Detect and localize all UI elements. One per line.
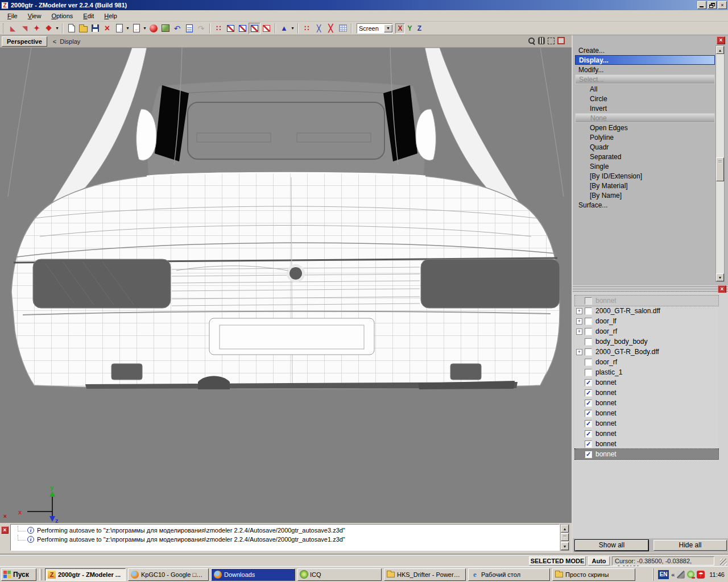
open-file-button[interactable]	[77, 23, 89, 34]
expand-icon[interactable]: +	[576, 308, 582, 314]
vertices-mode-button[interactable]: ∷	[213, 23, 225, 34]
multi-tool-button[interactable]: ❖	[43, 23, 55, 34]
command-display[interactable]: Display...	[575, 55, 715, 65]
break-edge-button[interactable]: ╳	[313, 23, 325, 34]
object-row-bonnet-7[interactable]: ✓bonnet	[575, 439, 718, 449]
space-select-arrow[interactable]: ▼	[384, 24, 392, 32]
checkbox[interactable]: ✓	[585, 359, 592, 366]
task-screenshots-folder[interactable]: Просто скрины	[552, 568, 635, 581]
object-row-bonnet-6[interactable]: ✓bonnet	[575, 429, 718, 439]
object-row-door-lf[interactable]: +✓door_lf	[575, 316, 718, 326]
menu-file[interactable]: File	[2, 11, 23, 20]
object-row-bonnet-5[interactable]: ✓bonnet	[575, 418, 718, 429]
scroll-down-icon[interactable]: ▼	[716, 273, 724, 281]
log-close-icon[interactable]: ×	[1, 526, 9, 534]
cone-primitive-button[interactable]: ▲	[278, 23, 290, 34]
undo-button[interactable]: ↶	[171, 23, 183, 34]
hide-all-button[interactable]: Hide all	[653, 540, 727, 551]
checkbox-checked[interactable]: ✓	[585, 389, 592, 397]
scroll-up-icon[interactable]: ▲	[716, 46, 724, 54]
selected-mode-indicator[interactable]: SELECTED MODE	[529, 556, 586, 566]
object-row-door-rf2[interactable]: ✓door_rf	[575, 357, 718, 367]
checkbox[interactable]: ✓	[585, 328, 592, 335]
object-row-bonnet-4[interactable]: ✓bonnet	[575, 408, 718, 418]
menu-options[interactable]: Options	[46, 11, 78, 20]
axis-y-toggle[interactable]: Y	[405, 23, 415, 34]
axis-x-toggle[interactable]: X	[395, 23, 405, 34]
object-row-body[interactable]: ✓body_body_body	[575, 336, 718, 347]
expand-icon[interactable]: +	[576, 349, 582, 355]
task-browser-kpgc10[interactable]: KpGC10 - Google □□ ...	[128, 568, 209, 581]
task-hks-drifter[interactable]: HKS_Drifter - Powered...	[384, 568, 466, 581]
edges-mode-button[interactable]	[225, 23, 237, 34]
show-all-button[interactable]: Show all	[575, 540, 648, 551]
menu-view[interactable]: View	[23, 11, 47, 20]
multi-tool-dropdown[interactable]: ▾	[55, 26, 60, 31]
command-modify[interactable]: Modify...	[575, 65, 715, 74]
viewport-canvas[interactable]: y x z ×	[0, 48, 572, 523]
auto-indicator[interactable]: Auto	[588, 556, 610, 566]
command-select-invert[interactable]: Invert	[575, 103, 715, 113]
import-button[interactable]: ↓	[113, 23, 125, 34]
log-box[interactable]: i Performing autosave to "z:\программы д…	[10, 524, 560, 551]
expand-icon[interactable]: +	[576, 318, 582, 325]
snap-grid-button[interactable]	[337, 23, 349, 34]
material-editor-button[interactable]	[147, 23, 159, 34]
taskbar-clock[interactable]: 11:46	[709, 571, 725, 578]
checkbox[interactable]: ✓	[585, 307, 592, 315]
minimize-button[interactable]	[697, 1, 706, 9]
menu-edit[interactable]: Edit	[78, 11, 99, 20]
object-row-body-dff[interactable]: +✓2000_GT-R_Body.dff	[575, 347, 718, 357]
task-zmodeler[interactable]: Z 2000gtr - ZModeler ...	[45, 568, 126, 581]
language-indicator[interactable]: EN	[658, 570, 669, 579]
command-select-none[interactable]: None	[575, 113, 715, 123]
tray-antivirus-icon[interactable]: ☂	[697, 571, 705, 579]
delete-button[interactable]: ×	[101, 23, 113, 34]
restore-button[interactable]	[708, 1, 717, 9]
scroll-up-icon[interactable]: ▲	[561, 525, 569, 533]
command-scrollbar[interactable]: ▲ ▼	[715, 45, 725, 282]
space-select[interactable]: Screen ▼	[357, 23, 393, 34]
objects-mode-button[interactable]	[249, 23, 260, 34]
checkbox-checked[interactable]: ✓	[585, 379, 592, 386]
select-tool-button[interactable]: ◣	[7, 23, 19, 34]
checkbox-checked[interactable]: ✓	[585, 410, 592, 417]
checkbox[interactable]: ✓	[585, 297, 592, 305]
new-file-button[interactable]	[65, 23, 77, 34]
save-file-button[interactable]	[89, 23, 101, 34]
command-select-circle[interactable]: Circle	[575, 94, 715, 103]
object-row-bonnet-1[interactable]: ✓bonnet	[575, 377, 718, 388]
command-select-separated[interactable]: Separated	[575, 152, 715, 161]
object-panel-close-icon[interactable]: ×	[718, 285, 726, 293]
command-panel-close-icon[interactable]: ×	[717, 36, 725, 44]
pan-hand-icon[interactable]	[538, 37, 545, 44]
log-scrollbar[interactable]: ▲ ▼	[560, 524, 569, 551]
checkbox[interactable]: ✓	[585, 348, 592, 356]
start-button[interactable]: Пуск	[1, 568, 36, 581]
breadcrumb-back-icon[interactable]: <	[53, 38, 56, 45]
export-button[interactable]: ←	[130, 23, 142, 34]
object-row-bonnet-selected[interactable]: ✓bonnet	[575, 449, 718, 459]
object-row-door-rf[interactable]: +✓door_rf	[575, 326, 718, 336]
texture-browser-button[interactable]	[159, 23, 171, 34]
command-select-quadr[interactable]: Quadr	[575, 142, 715, 152]
weld-button[interactable]: ∷	[301, 23, 313, 34]
panel-splitter[interactable]: ×	[573, 285, 728, 293]
command-select-by-material[interactable]: [By Material]	[575, 181, 715, 190]
object-row-salon-dff[interactable]: +✓2000_GT-R_salon.dff	[575, 306, 718, 316]
task-downloads[interactable]: Downloads	[211, 568, 295, 581]
checkbox[interactable]: ✓	[585, 318, 592, 325]
move-tool-button[interactable]: ◥	[19, 23, 31, 34]
animate-tool-button[interactable]: ✦	[31, 23, 43, 34]
redo-button[interactable]: ↷	[195, 23, 207, 34]
import-dropdown[interactable]: ▾	[125, 26, 130, 31]
object-row-plastic[interactable]: ✓plastic_1	[575, 367, 718, 377]
split-edge-button[interactable]: ╳	[325, 23, 337, 34]
expand-icon[interactable]: +	[576, 329, 582, 335]
zoom-view-icon[interactable]	[528, 37, 535, 44]
tray-icq-status-icon[interactable]	[687, 571, 694, 578]
scroll-thumb[interactable]	[716, 157, 724, 181]
checkbox-checked[interactable]: ✓	[585, 440, 592, 448]
task-icq[interactable]: ICQ	[297, 568, 382, 581]
checkbox-checked[interactable]: ✓	[585, 420, 592, 427]
